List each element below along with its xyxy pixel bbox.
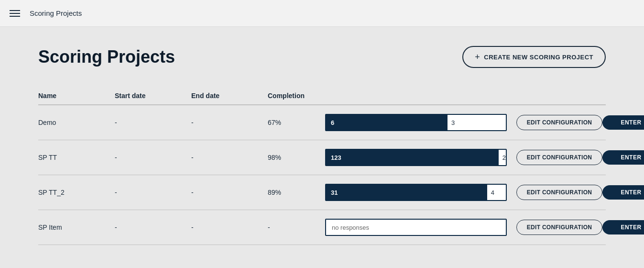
progress-bar-empty: 3 (447, 115, 506, 130)
row-progress-bar: 314 (325, 184, 516, 201)
enter-button[interactable]: ENTER (602, 185, 644, 200)
table-row: SP Item---no responsesEDIT CONFIGURATION… (38, 210, 606, 245)
row-end-date: - (191, 223, 268, 231)
column-header-progress (325, 92, 462, 100)
row-start-date: - (115, 189, 191, 196)
row-progress-bar: 63 (325, 114, 516, 131)
create-new-scoring-project-button[interactable]: + CREATE NEW SCORING PROJECT (462, 46, 606, 68)
progress-bar-empty: 2 (498, 150, 506, 165)
edit-configuration-button[interactable]: EDIT CONFIGURATION (516, 150, 602, 165)
row-completion: - (268, 223, 325, 231)
table-body: Demo--67%63EDIT CONFIGURATIONENTERSP TT-… (38, 105, 606, 245)
row-start-date: - (115, 119, 191, 126)
row-progress-bar: 1232 (325, 149, 516, 166)
nav-title: Scoring Projects (30, 9, 82, 17)
table-row: Demo--67%63EDIT CONFIGURATIONENTER (38, 105, 606, 140)
row-start-date: - (115, 223, 191, 231)
enter-button[interactable]: ENTER (602, 150, 644, 165)
column-header-start-date: Start date (115, 92, 191, 100)
scoring-projects-table: Name Start date End date Completion Demo… (38, 87, 606, 245)
row-name: SP Item (38, 223, 115, 231)
top-nav: Scoring Projects (0, 0, 644, 27)
progress-bar-filled: 6 (326, 115, 447, 130)
column-header-name: Name (38, 92, 115, 100)
page-title: Scoring Projects (38, 47, 175, 67)
progress-bar-container: 314 (325, 184, 507, 201)
row-name: SP TT (38, 154, 115, 161)
progress-bar-empty: 4 (486, 185, 506, 200)
row-completion: 67% (268, 119, 325, 126)
table-row: SP TT--98%1232EDIT CONFIGURATIONENTER (38, 140, 606, 175)
table-row: SP TT_2--89%314EDIT CONFIGURATIONENTER (38, 175, 606, 210)
row-end-date: - (191, 119, 268, 126)
create-button-label: CREATE NEW SCORING PROJECT (484, 54, 593, 61)
page-header: Scoring Projects + CREATE NEW SCORING PR… (38, 46, 606, 68)
row-end-date: - (191, 189, 268, 196)
column-header-completion: Completion (268, 92, 325, 100)
edit-configuration-button[interactable]: EDIT CONFIGURATION (516, 220, 602, 235)
plus-icon: + (475, 53, 480, 61)
hamburger-menu[interactable] (10, 10, 20, 17)
row-name: Demo (38, 119, 115, 126)
row-progress-bar: no responses (325, 219, 516, 236)
edit-configuration-button[interactable]: EDIT CONFIGURATION (516, 185, 602, 200)
row-end-date: - (191, 154, 268, 161)
edit-configuration-button[interactable]: EDIT CONFIGURATION (516, 115, 602, 130)
progress-bar-filled: 123 (326, 150, 498, 165)
progress-bar-filled: 31 (326, 185, 486, 200)
main-content: Scoring Projects + CREATE NEW SCORING PR… (0, 27, 644, 264)
no-responses-bar: no responses (325, 219, 507, 236)
row-completion: 89% (268, 189, 325, 196)
enter-button[interactable]: ENTER (602, 220, 644, 234)
row-start-date: - (115, 154, 191, 161)
column-header-end-date: End date (191, 92, 268, 100)
progress-bar-container: 63 (325, 114, 507, 131)
row-completion: 98% (268, 154, 325, 161)
enter-button[interactable]: ENTER (602, 115, 644, 130)
column-header-actions (462, 92, 548, 100)
table-header: Name Start date End date Completion (38, 87, 606, 105)
row-name: SP TT_2 (38, 189, 115, 196)
progress-bar-container: 1232 (325, 149, 507, 166)
column-header-enter (548, 92, 606, 100)
